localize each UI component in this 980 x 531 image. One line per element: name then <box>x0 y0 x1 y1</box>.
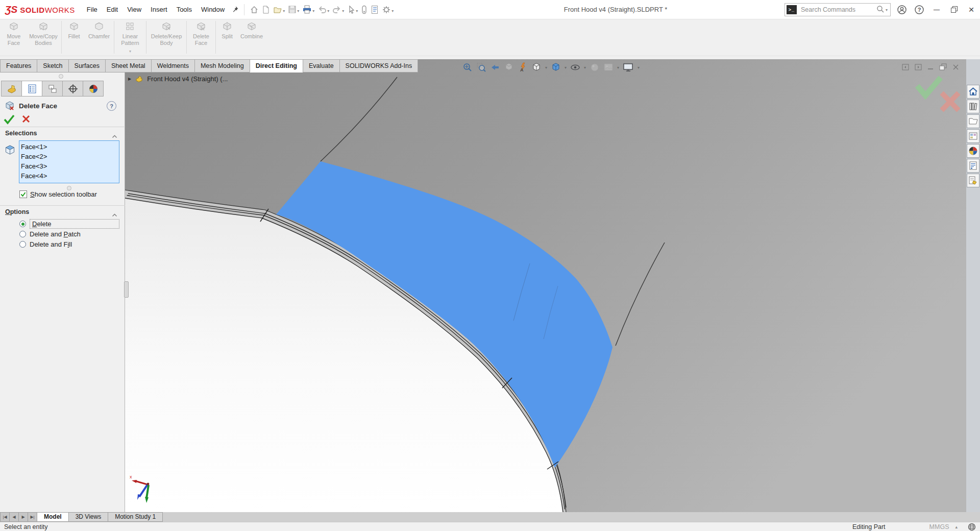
next-pane-icon[interactable] <box>915 64 922 70</box>
tab-model[interactable]: Model <box>37 512 69 522</box>
tab-display-manager[interactable] <box>83 81 104 96</box>
ribbon-button-linear-pattern[interactable]: LinearPattern ▾ <box>115 19 145 56</box>
display-style-caret-icon[interactable]: ▾ <box>565 65 567 70</box>
face-list-item[interactable]: Face<1> <box>21 142 119 152</box>
collapse-selections-icon[interactable] <box>112 132 117 140</box>
view-settings-caret-icon[interactable]: ▾ <box>638 65 640 70</box>
new-document-button[interactable] <box>261 4 271 16</box>
feature-tree-breadcrumb[interactable]: ▶ Front Hood v4 (Straight) (... <box>128 75 228 83</box>
solidworks-resources-button[interactable] <box>967 85 979 99</box>
panel-splitter-handle[interactable] <box>124 281 129 298</box>
view-settings-icon[interactable] <box>622 62 634 73</box>
tab-solidworks-add-ins[interactable]: SOLIDWORKS Add-Ins <box>339 59 419 73</box>
face-list-item[interactable]: Face<3> <box>21 161 119 171</box>
show-selection-toolbar-row[interactable]: Show selection toolbar <box>19 190 97 198</box>
option-delete-row[interactable]: Delete <box>19 219 119 229</box>
ribbon-button-chamfer[interactable]: Chamfer <box>85 19 113 56</box>
next-tab-button[interactable]: ▶ <box>18 512 28 522</box>
cancel-x-icon[interactable] <box>942 93 959 110</box>
undo-button[interactable]: ▾ <box>316 4 330 16</box>
undo-caret-icon[interactable]: ▾ <box>327 9 329 13</box>
hide-show-items-icon[interactable] <box>570 62 581 73</box>
tab-sketch[interactable]: Sketch <box>37 59 68 73</box>
design-library-button[interactable] <box>967 100 979 113</box>
account-icon[interactable] <box>893 0 911 19</box>
print-button[interactable]: ▾ <box>301 4 315 16</box>
option-delete-and-patch-row[interactable]: Delete and Patch <box>19 230 81 238</box>
select-caret-icon[interactable]: ▾ <box>356 9 358 13</box>
options-list-button[interactable] <box>370 4 380 16</box>
radio-icon[interactable] <box>19 241 26 248</box>
section-view-icon[interactable] <box>503 62 514 73</box>
tab-dimxpert-manager[interactable] <box>62 81 83 96</box>
tab-motion-study-1[interactable]: Motion Study 1 <box>108 512 163 522</box>
minimize-pane-icon[interactable] <box>927 64 934 70</box>
pin-menu-icon[interactable] <box>231 6 239 13</box>
listbox-resize-grip[interactable] <box>67 186 71 190</box>
minimize-button[interactable]: — <box>928 0 945 19</box>
selected-faces-listbox[interactable]: Face<1> Face<2> Face<3> Face<4> <box>19 140 119 183</box>
face-list-item[interactable]: Face<2> <box>21 152 119 161</box>
menu-edit[interactable]: Edit <box>102 1 122 19</box>
zoom-to-fit-icon[interactable] <box>462 62 473 73</box>
menu-insert[interactable]: Insert <box>146 1 172 19</box>
close-pane-icon[interactable] <box>952 64 959 70</box>
redo-caret-icon[interactable]: ▾ <box>342 9 344 13</box>
tab-evaluate[interactable]: Evaluate <box>303 59 340 73</box>
edit-appearance-icon[interactable] <box>589 62 600 73</box>
apply-scene-caret-icon[interactable]: ▾ <box>617 65 619 70</box>
web-help-globe-icon[interactable] <box>968 523 976 531</box>
display-style-icon[interactable] <box>550 62 561 73</box>
hide-show-annotations-icon[interactable]: A <box>517 62 528 73</box>
home-button[interactable] <box>249 4 260 16</box>
menu-window[interactable]: Window <box>197 1 229 19</box>
open-button[interactable]: ▾ <box>272 4 286 16</box>
checkbox-checked-icon[interactable] <box>19 190 27 198</box>
tab-features[interactable]: Features <box>0 59 37 73</box>
settings-gear-button[interactable]: ▾ <box>381 4 395 16</box>
tab-sheet-metal[interactable]: Sheet Metal <box>105 59 152 73</box>
status-expand-icon[interactable]: ▴ <box>955 524 958 529</box>
redo-button[interactable]: ▾ <box>331 4 345 16</box>
select-button[interactable]: ▾ <box>346 4 359 16</box>
ribbon-button-combine[interactable]: Combine <box>237 19 266 56</box>
expand-tree-icon[interactable]: ▶ <box>128 77 131 81</box>
tab-mesh-modeling[interactable]: Mesh Modeling <box>194 59 250 73</box>
pm-help-icon[interactable]: ? <box>107 101 116 111</box>
tab-property-manager[interactable] <box>21 81 42 96</box>
search-icon[interactable] <box>876 5 885 15</box>
first-tab-button[interactable]: |◀ <box>0 512 10 522</box>
tab-3d-views[interactable]: 3D Views <box>68 512 108 522</box>
linear-pattern-caret-icon[interactable]: ▾ <box>129 48 131 55</box>
previous-view-icon[interactable] <box>489 62 501 73</box>
feature-tree-root-label[interactable]: Front Hood v4 (Straight) (... <box>147 75 228 83</box>
collapse-options-icon[interactable] <box>112 211 117 219</box>
menu-file[interactable]: File <box>82 1 102 19</box>
option-delete-and-fill-row[interactable]: Delete and Fill <box>19 240 72 248</box>
radio-icon[interactable] <box>19 231 26 237</box>
restore-button[interactable] <box>945 0 963 19</box>
ribbon-button-move-face[interactable]: MoveFace <box>1 19 27 56</box>
settings-caret-icon[interactable]: ▾ <box>391 9 394 13</box>
view-palette-button[interactable] <box>967 129 979 143</box>
last-tab-button[interactable]: ▶| <box>28 512 37 522</box>
face-list-item[interactable]: Face<4> <box>21 171 119 181</box>
hide-show-items-caret-icon[interactable]: ▾ <box>584 65 586 70</box>
ribbon-button-fillet[interactable]: Fillet <box>63 19 85 56</box>
view-orientation-icon[interactable] <box>531 62 542 73</box>
appearances-scenes-button[interactable] <box>967 144 979 158</box>
apply-scene-icon[interactable] <box>603 62 614 73</box>
ribbon-button-move-copy-bodies[interactable]: Move/CopyBodies <box>27 19 60 56</box>
pm-cancel-button[interactable] <box>21 114 31 124</box>
search-input[interactable] <box>800 6 875 14</box>
print-caret-icon[interactable]: ▾ <box>312 9 314 13</box>
custom-properties-button[interactable] <box>967 159 979 173</box>
ribbon-button-delete-keep-body[interactable]: Delete/KeepBody <box>148 19 185 56</box>
ribbon-button-delete-face[interactable]: DeleteFace <box>188 19 214 56</box>
units-selector[interactable]: MMGS <box>929 523 949 530</box>
save-caret-icon[interactable]: ▾ <box>297 9 299 13</box>
tab-direct-editing[interactable]: Direct Editing <box>250 59 303 73</box>
search-caret-icon[interactable]: ▾ <box>886 8 888 12</box>
menu-view[interactable]: View <box>122 1 146 19</box>
open-caret-icon[interactable]: ▾ <box>283 9 285 13</box>
